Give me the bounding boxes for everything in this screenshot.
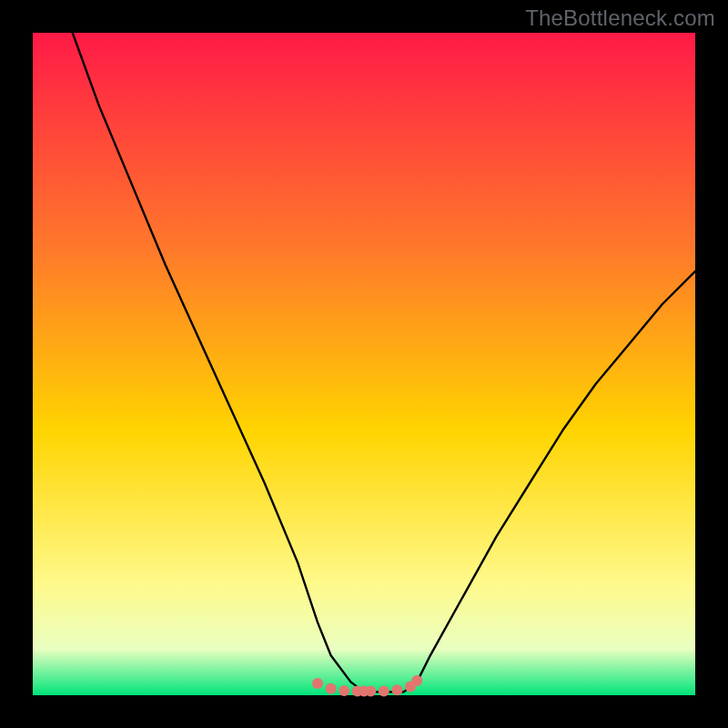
optimal-dot	[379, 686, 389, 697]
optimal-dot	[312, 678, 323, 689]
optimal-dot	[326, 683, 337, 694]
chart-frame: { "watermark": "TheBottleneck.com", "col…	[0, 0, 728, 728]
optimal-dot	[391, 684, 402, 695]
bottleneck-chart	[0, 0, 728, 728]
optimal-dot	[339, 685, 349, 696]
watermark-text: TheBottleneck.com	[525, 5, 715, 31]
plot-background	[33, 33, 695, 695]
optimal-dot	[411, 675, 422, 686]
optimal-dot	[365, 686, 376, 697]
